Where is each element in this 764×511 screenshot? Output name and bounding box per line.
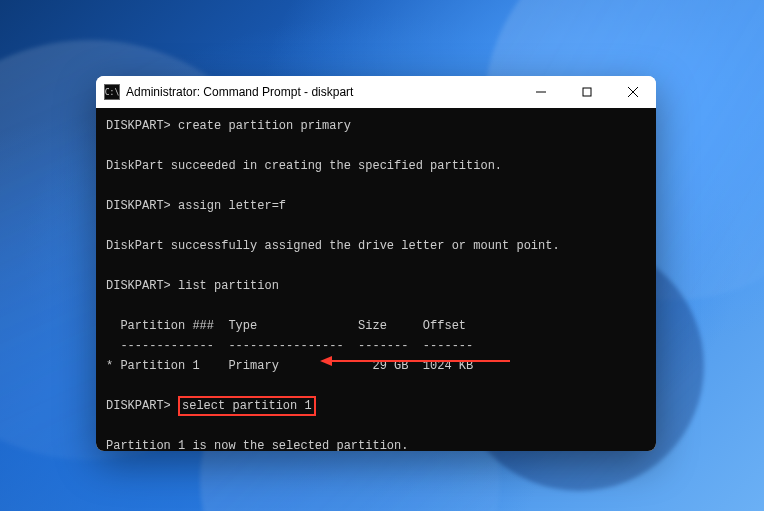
command-text: list partition [178,279,279,293]
cmd-icon: C:\ [104,84,120,100]
table-divider: ------------- ---------------- ------- -… [106,339,473,353]
highlighted-command: select partition 1 [178,396,316,416]
annotation-arrow [320,354,510,368]
response-text: Partition 1 is now the selected partitio… [106,439,408,451]
maximize-button[interactable] [564,76,610,108]
minimize-button[interactable] [518,76,564,108]
response-text: DiskPart succeeded in creating the speci… [106,159,502,173]
response-text: DiskPart successfully assigned the drive… [106,239,560,253]
prompt: DISKPART> [106,399,171,413]
table-header: Partition ### Type Size Offset [106,319,466,333]
window-title: Administrator: Command Prompt - diskpart [126,85,518,99]
titlebar[interactable]: C:\ Administrator: Command Prompt - disk… [96,76,656,108]
command-text: create partition primary [178,119,351,133]
prompt: DISKPART> [106,279,171,293]
prompt: DISKPART> [106,119,171,133]
close-button[interactable] [610,76,656,108]
terminal-output[interactable]: DISKPART> create partition primary DiskP… [96,108,656,451]
svg-marker-5 [320,356,332,366]
command-text: assign letter=f [178,199,286,213]
window-controls [518,76,656,108]
command-prompt-window: C:\ Administrator: Command Prompt - disk… [96,76,656,451]
svg-rect-1 [583,88,591,96]
prompt: DISKPART> [106,199,171,213]
